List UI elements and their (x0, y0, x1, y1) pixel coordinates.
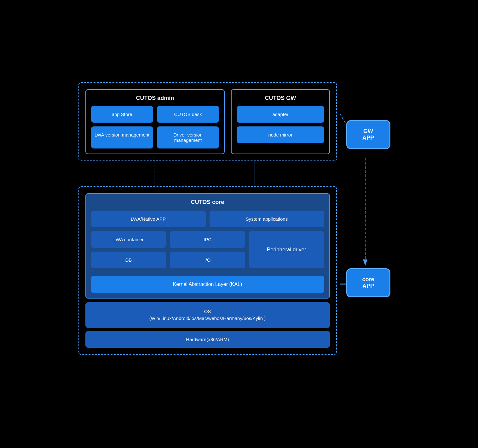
gw-app-label: GW APP (346, 120, 390, 149)
core-row1: LWA/Native APP System applications (91, 211, 324, 227)
right-column: GW APP core APP (337, 82, 400, 366)
db-button[interactable]: DB (91, 252, 166, 268)
lwa-container-button[interactable]: LWA container (91, 231, 166, 248)
top-section: CUTOS admin app Store CUTOS desk LWA ver… (78, 82, 337, 161)
cutos-gw-block: CUTOS GW adapter node mirror (231, 89, 330, 154)
cutos-core-block: CUTOS core LWA/Native APP System applica… (85, 193, 330, 299)
gw-app-box: GW APP (346, 120, 390, 149)
core-app-box: core APP (346, 268, 390, 297)
hardware-label: Hardware(x86/ARM) (186, 337, 229, 342)
cutos-admin-title: CUTOS admin (91, 95, 219, 102)
lwa-version-button[interactable]: LWA version management (91, 126, 153, 148)
node-mirror-button[interactable]: node mirror (237, 126, 324, 143)
driver-version-button[interactable]: Driver version management (157, 126, 219, 148)
cutos-core-title: CUTOS core (91, 199, 324, 206)
admin-grid: app Store CUTOS desk LWA version managem… (91, 106, 219, 148)
peripheral-driver-button[interactable]: Peripheral driver (249, 231, 324, 268)
os-label: OS(Win/Linux/Android/ios/Mac/webos/Harma… (149, 309, 266, 321)
hardware-bar: Hardware(x86/ARM) (85, 331, 330, 348)
core-app-label: core APP (346, 268, 390, 297)
kal-button[interactable]: Kernel Abstraction Layer (KAL) (91, 276, 324, 293)
app-store-button[interactable]: app Store (91, 106, 153, 123)
bottom-section: CUTOS core LWA/Native APP System applica… (78, 186, 337, 355)
lwa-native-button[interactable]: LWA/Native APP (91, 211, 206, 227)
adapter-button[interactable]: adapter (237, 106, 324, 123)
gw-inner: adapter node mirror (237, 106, 324, 143)
left-column: CUTOS admin app Store CUTOS desk LWA ver… (78, 82, 337, 366)
cutos-desk-button[interactable]: CUTOS desk (157, 106, 219, 123)
cutos-admin-block: CUTOS admin app Store CUTOS desk LWA ver… (85, 89, 225, 154)
ipc-button[interactable]: IPC (170, 231, 245, 248)
system-apps-button[interactable]: System applications (210, 211, 324, 227)
os-bar: OS(Win/Linux/Android/ios/Mac/webos/Harma… (85, 302, 330, 328)
connector-svg-middle (78, 161, 337, 186)
cutos-gw-title: CUTOS GW (237, 95, 324, 102)
io-button[interactable]: I/O (170, 252, 245, 268)
